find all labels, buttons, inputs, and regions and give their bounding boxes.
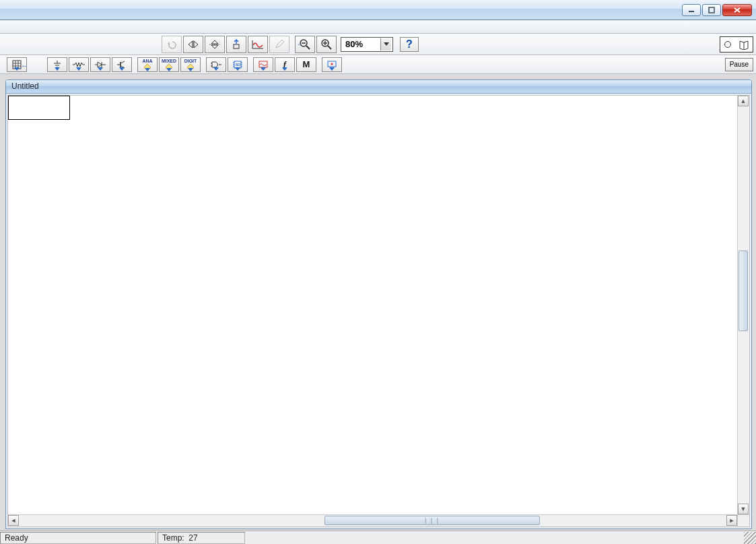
vertical-scrollbar[interactable]: ▲ ▼	[737, 96, 749, 514]
component-toolbar: ← ANA MIXED DIGIT SO f M Pause	[0, 55, 756, 74]
zoom-combo[interactable]: 80%	[341, 37, 393, 52]
rotate-button[interactable]	[226, 36, 246, 53]
transistor-button[interactable]	[112, 57, 132, 72]
workspace: Untitled ▲ ▼ ◄ | | | ►	[5, 79, 752, 529]
window-titlebar	[0, 0, 756, 20]
svg-point-6	[322, 40, 329, 46]
scroll-left-arrow-icon[interactable]: ◄	[8, 515, 19, 526]
gate-button[interactable]	[206, 57, 226, 72]
svg-point-37	[331, 63, 333, 65]
zoom-out-button[interactable]: ←	[295, 36, 315, 53]
svg-line-7	[328, 46, 331, 49]
scroll-right-arrow-icon[interactable]: ►	[726, 515, 737, 526]
zoom-value: 80%	[345, 39, 363, 49]
minimize-button[interactable]	[682, 4, 701, 16]
scroll-down-arrow-icon[interactable]: ▼	[738, 504, 749, 514]
scroll-corner	[737, 514, 749, 526]
chevron-down-icon[interactable]	[380, 38, 391, 50]
horizontal-scrollbar[interactable]: ◄ | | | ►	[8, 514, 737, 526]
temp-value: 27	[188, 533, 197, 543]
vertical-scroll-thumb[interactable]	[738, 250, 748, 331]
svg-rect-33	[259, 61, 267, 67]
scope-button[interactable]	[253, 57, 273, 72]
scroll-up-arrow-icon[interactable]: ▲	[738, 96, 749, 106]
grid-button[interactable]: ←	[7, 57, 27, 72]
mixed-primitives-button[interactable]: MIXED	[159, 57, 179, 72]
instrument-icon	[724, 41, 731, 48]
digital-primitives-button[interactable]: DIGIT	[180, 57, 201, 72]
status-bar: Ready Temp: 27	[0, 531, 756, 544]
svg-line-4	[306, 46, 310, 49]
svg-rect-35	[328, 61, 336, 67]
ic-button[interactable]: SO	[228, 57, 248, 72]
instrument-widget[interactable]	[720, 36, 753, 53]
status-ready-panel: Ready	[0, 532, 156, 544]
temp-label: Temp:	[162, 533, 184, 543]
menu-bar	[0, 20, 756, 34]
horizontal-scroll-thumb[interactable]: | | |	[324, 516, 540, 525]
book-icon	[738, 39, 749, 50]
help-button[interactable]: ?	[400, 37, 419, 52]
selection-box	[8, 96, 70, 120]
document-titlebar[interactable]: Untitled	[6, 80, 751, 94]
status-temp-panel: Temp: 27	[158, 532, 245, 544]
zoom-in-button[interactable]	[316, 36, 337, 53]
svg-text:SO: SO	[236, 63, 240, 67]
status-ready: Ready	[5, 533, 28, 543]
ground-button[interactable]	[47, 57, 67, 72]
display-button[interactable]	[322, 57, 342, 72]
mirror-vertical-button[interactable]	[205, 36, 225, 53]
macro-button[interactable]: M	[296, 57, 316, 72]
main-toolbar: ← 80% ?	[0, 34, 756, 55]
diode-button[interactable]	[90, 57, 110, 72]
schematic-canvas[interactable]	[8, 96, 737, 514]
undo-button[interactable]	[162, 36, 182, 53]
pause-button[interactable]: Pause	[725, 58, 753, 71]
svg-rect-1	[709, 7, 714, 13]
mirror-horizontal-button[interactable]	[183, 36, 203, 53]
close-button[interactable]	[722, 4, 752, 16]
svg-line-20	[121, 61, 125, 63]
function-button[interactable]: f	[275, 57, 295, 72]
resize-grip-icon[interactable]	[744, 532, 756, 544]
resistor-button[interactable]	[69, 57, 89, 72]
graph-button[interactable]	[248, 36, 268, 53]
maximize-button[interactable]	[702, 4, 721, 16]
edit-button[interactable]	[269, 36, 289, 53]
analog-primitives-button[interactable]: ANA	[137, 57, 158, 72]
document-title: Untitled	[11, 81, 39, 91]
svg-rect-2	[234, 44, 239, 48]
